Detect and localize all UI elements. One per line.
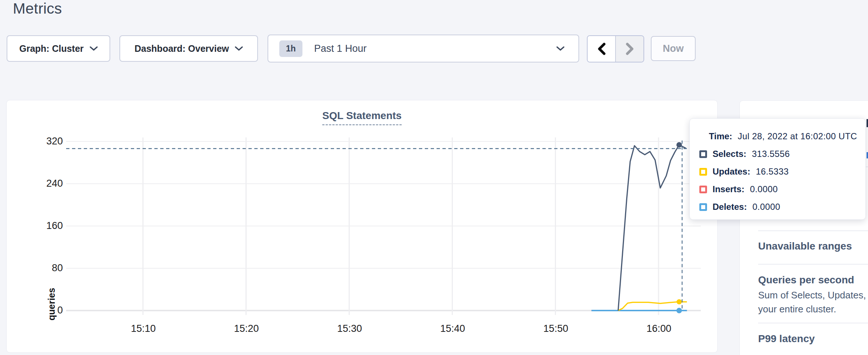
tooltip-time-value: Jul 28, 2022 at 16:02:00 UTC — [738, 131, 857, 141]
chevron-down-icon — [556, 46, 564, 51]
time-step-buttons — [587, 35, 644, 62]
y-axis-label: queries — [46, 275, 57, 334]
tooltip-time-row: Time: Jul 28, 2022 at 16:02:00 UTC — [690, 128, 865, 145]
sidebar-section-title: Queries per second — [758, 274, 868, 286]
tooltip-series-label: Inserts: — [713, 184, 745, 194]
tooltip-series-row: Deletes:0.0000 — [690, 198, 865, 216]
tooltip-series-value: 313.5556 — [752, 149, 790, 159]
dashboard-dropdown[interactable]: Dashboard: Overview — [119, 35, 258, 62]
sql-statements-chart-card: SQL Statements queries 080160240320 15:1… — [6, 100, 718, 353]
clipped-text-fragment — [867, 119, 868, 127]
inserts-swatch-icon — [699, 186, 707, 193]
x-axis-tick: 15:40 — [431, 323, 475, 334]
dashboard-dropdown-label: Dashboard: Overview — [134, 43, 229, 54]
page-title: Metrics — [13, 0, 62, 17]
metrics-page: Metrics Graph: Cluster Dashboard: Overvi… — [0, 0, 868, 355]
y-axis-tick: 80 — [33, 262, 63, 274]
tooltip-time-label: Time: — [709, 131, 732, 141]
tooltip-series-label: Deletes: — [713, 202, 747, 212]
y-axis-tick: 320 — [33, 136, 63, 147]
tooltip-series-label: Updates: — [713, 166, 750, 177]
sidebar-divider — [758, 323, 868, 323]
x-axis-tick: 15:20 — [225, 323, 269, 334]
sidebar-section-description-line: your entire cluster. — [758, 302, 868, 316]
chevron-down-icon — [235, 46, 243, 51]
chart-title[interactable]: SQL Statements — [322, 110, 402, 125]
x-axis-tick: 15:30 — [327, 323, 372, 334]
chart-title-wrap: SQL Statements — [7, 110, 717, 125]
tooltip-series-label: Selects: — [713, 149, 746, 159]
tooltip-series-row: Inserts:0.0000 — [690, 180, 865, 198]
time-back-button[interactable] — [588, 36, 616, 62]
tooltip-series-row: Updates:16.5333 — [690, 163, 865, 180]
x-axis-tick: 16:00 — [637, 323, 681, 334]
x-axis-tick: 15:10 — [121, 323, 165, 334]
chevron-left-icon — [597, 43, 606, 55]
selects-swatch-icon — [699, 150, 707, 158]
tooltip-series-value: 0.0000 — [752, 202, 780, 212]
time-range-badge: 1h — [279, 40, 302, 57]
clipped-link-fragment — [867, 152, 868, 158]
sidebar-section-description-line: Sum of Selects, Updates, Inserts, — [758, 288, 868, 302]
chevron-right-icon — [625, 43, 634, 55]
graph-dropdown-label: Graph: Cluster — [19, 43, 83, 54]
time-range-label: Past 1 Hour — [314, 43, 367, 54]
chevron-down-icon — [90, 46, 98, 51]
deletes-swatch-icon — [699, 203, 707, 211]
tooltip-series-value: 16.5333 — [756, 166, 789, 177]
x-axis-tick: 15:50 — [534, 323, 578, 334]
y-axis-tick: 0 — [33, 305, 63, 316]
sidebar-divider — [758, 230, 868, 231]
chart-hover-tooltip: Time: Jul 28, 2022 at 16:02:00 UTC Selec… — [689, 118, 866, 220]
updates-swatch-icon — [699, 168, 707, 176]
sidebar-section-title: Unavailable ranges — [758, 240, 868, 252]
tooltip-series-row: Selects:313.5556 — [690, 145, 865, 163]
now-button[interactable]: Now — [651, 36, 696, 61]
time-range-dropdown[interactable]: 1h Past 1 Hour — [268, 35, 579, 62]
sidebar-section-title: P99 latency — [758, 333, 868, 345]
sidebar-divider — [758, 264, 868, 265]
y-axis-tick: 240 — [33, 178, 63, 189]
graph-dropdown[interactable]: Graph: Cluster — [7, 35, 110, 62]
time-forward-button[interactable] — [616, 36, 643, 62]
y-axis-tick: 160 — [33, 220, 63, 232]
tooltip-series-value: 0.0000 — [750, 184, 778, 194]
